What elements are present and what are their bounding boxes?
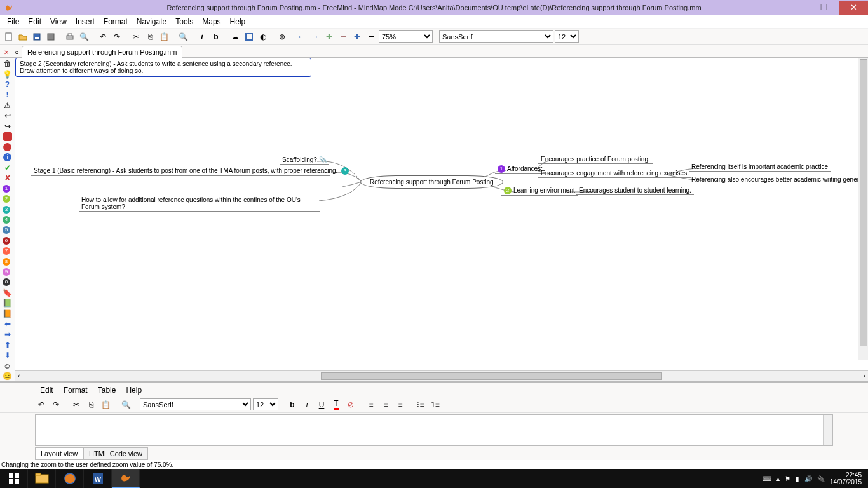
warning-icon[interactable]: ⚠ bbox=[2, 101, 13, 110]
editor-size-select[interactable]: 12 bbox=[253, 398, 278, 410]
editor-copy-icon[interactable]: ⎘ bbox=[85, 398, 97, 411]
node-learning[interactable]: 2Learning environment bbox=[501, 186, 578, 196]
arrow-l-icon[interactable]: ⬅ bbox=[2, 320, 13, 329]
font-select[interactable]: SansSerif bbox=[439, 30, 553, 43]
prio5-icon[interactable]: 5 bbox=[2, 226, 13, 234]
mindmap-canvas[interactable]: Referencing support through Forum Postin… bbox=[15, 58, 868, 370]
node-hold-icon[interactable]: ━ bbox=[365, 30, 377, 43]
node-l1[interactable]: Encourages student to student learning. bbox=[576, 186, 694, 195]
editor-alignr-icon[interactable]: ≡ bbox=[394, 398, 407, 411]
info-icon[interactable]: i bbox=[2, 153, 13, 162]
prio9-icon[interactable]: 9 bbox=[2, 268, 13, 276]
tray-time[interactable]: 22:45 bbox=[830, 471, 862, 478]
node-sibling-icon[interactable]: ✚ bbox=[351, 30, 363, 43]
action-center-icon[interactable]: ⚑ bbox=[785, 475, 790, 482]
forward-icon[interactable]: ↪ bbox=[2, 121, 13, 130]
start-button[interactable] bbox=[0, 469, 28, 488]
arrow-d-icon[interactable]: ⬇ bbox=[2, 351, 13, 360]
editor-clear-icon[interactable]: ⊘ bbox=[344, 398, 357, 411]
preview-icon[interactable]: 🔍 bbox=[78, 30, 90, 43]
node-remove-icon[interactable]: ━ bbox=[337, 30, 349, 43]
editor-underline-icon[interactable]: U bbox=[315, 398, 328, 411]
editor-bold-icon[interactable]: b bbox=[286, 398, 299, 411]
color-icon[interactable] bbox=[243, 30, 255, 43]
flag2-icon[interactable]: 📗 bbox=[2, 299, 13, 308]
italic-icon[interactable]: i bbox=[196, 30, 208, 43]
smile-icon[interactable]: ☺ bbox=[2, 361, 13, 370]
node-howallow[interactable]: How to allow for additional reference qu… bbox=[79, 196, 320, 212]
notok-icon[interactable]: ✘ bbox=[2, 173, 13, 182]
node-stage2-selected[interactable]: Stage 2 (Secondary referencing) - Ask st… bbox=[15, 58, 311, 77]
node-a1[interactable]: Encourages practice of Forum posting. bbox=[538, 155, 653, 164]
firefox-taskbar-icon[interactable] bbox=[56, 469, 84, 488]
node-scaffolding[interactable]: Scaffolding? 📎 bbox=[280, 156, 329, 165]
tab-html-view[interactable]: HTML Code view bbox=[83, 447, 148, 460]
arrow-r-icon[interactable]: ➡ bbox=[2, 330, 13, 339]
cloud-icon[interactable]: ☁ bbox=[229, 30, 241, 43]
print-icon[interactable] bbox=[64, 30, 76, 43]
blend-icon[interactable]: ◐ bbox=[257, 30, 269, 43]
editor-color-icon[interactable]: T bbox=[330, 398, 342, 411]
editor-menu-table[interactable]: Table bbox=[93, 386, 121, 395]
undo-icon[interactable]: ↶ bbox=[97, 30, 109, 43]
tab-layout-view[interactable]: Layout view bbox=[35, 447, 83, 460]
menu-edit[interactable]: Edit bbox=[24, 17, 46, 26]
menu-insert[interactable]: Insert bbox=[71, 17, 99, 26]
node-a22[interactable]: Referencing also encourages better acade… bbox=[689, 175, 868, 184]
prio3-icon[interactable]: 3 bbox=[2, 205, 13, 214]
editor-cut-icon[interactable]: ✂ bbox=[70, 398, 83, 411]
maximize-button[interactable]: ❐ bbox=[810, 1, 839, 15]
zoom-select[interactable]: 75% bbox=[379, 30, 433, 43]
paste-icon[interactable]: 📋 bbox=[158, 30, 170, 43]
menu-tools[interactable]: Tools bbox=[171, 17, 198, 26]
close-button[interactable]: ✕ bbox=[839, 1, 868, 15]
editor-find-icon[interactable]: 🔍 bbox=[119, 398, 132, 411]
power-icon[interactable]: 🔌 bbox=[817, 475, 825, 482]
redo-icon[interactable]: ↷ bbox=[111, 30, 123, 43]
editor-font-select[interactable]: SansSerif bbox=[140, 398, 251, 410]
minimize-button[interactable]: — bbox=[780, 1, 810, 15]
editor-paste-icon[interactable]: 📋 bbox=[99, 398, 112, 411]
menu-help[interactable]: Help bbox=[226, 17, 250, 26]
menu-maps[interactable]: Maps bbox=[198, 17, 225, 26]
node-a21[interactable]: Referencing itself is important academic… bbox=[689, 163, 831, 172]
prio1-icon[interactable]: 1 bbox=[2, 184, 13, 193]
no-icon[interactable] bbox=[2, 142, 13, 151]
explorer-taskbar-icon[interactable] bbox=[28, 469, 56, 488]
root-node[interactable]: Referencing support through Forum Postin… bbox=[360, 175, 503, 189]
tab-close-icon[interactable]: ✕ bbox=[1, 47, 11, 57]
document-tab[interactable]: Referencing support through Forum Postin… bbox=[22, 46, 182, 58]
menu-navigate[interactable]: Navigate bbox=[132, 17, 171, 26]
keyboard-icon[interactable]: ⌨ bbox=[763, 475, 771, 482]
trash-icon[interactable]: 🗑 bbox=[2, 59, 13, 68]
help-icon[interactable]: ? bbox=[2, 80, 13, 89]
menu-view[interactable]: View bbox=[46, 17, 71, 26]
important-icon[interactable]: ! bbox=[2, 90, 13, 99]
node-a2[interactable]: Encourages engagement with referencing e… bbox=[538, 169, 691, 178]
stop-icon[interactable] bbox=[2, 132, 13, 141]
tray-up-icon[interactable]: ▴ bbox=[776, 475, 780, 482]
arrow-right-icon[interactable]: → bbox=[309, 30, 322, 43]
editor-menu-edit[interactable]: Edit bbox=[35, 386, 58, 395]
find-icon[interactable]: 🔍 bbox=[177, 30, 189, 43]
editor-redo-icon[interactable]: ↷ bbox=[50, 398, 62, 411]
editor-undo-icon[interactable]: ↶ bbox=[35, 398, 48, 411]
volume-icon[interactable]: 🔊 bbox=[804, 475, 812, 482]
prio8-icon[interactable]: 8 bbox=[2, 257, 13, 266]
bold-icon[interactable]: b bbox=[210, 30, 222, 43]
editor-alignc-icon[interactable]: ≡ bbox=[379, 398, 392, 411]
neutral-icon[interactable]: 😐 bbox=[2, 372, 13, 381]
new-file-icon[interactable] bbox=[3, 30, 15, 43]
tray-date[interactable]: 14/07/2015 bbox=[830, 478, 862, 485]
canvas-vscroll[interactable] bbox=[858, 58, 868, 360]
word-taskbar-icon[interactable]: W bbox=[84, 469, 112, 488]
fontsize-select[interactable]: 12 bbox=[555, 30, 579, 43]
tab-nav-icon[interactable]: « bbox=[11, 47, 22, 57]
node-stage1[interactable]: Stage 1 (Basic referencing) - Ask studen… bbox=[31, 166, 330, 176]
save-icon[interactable] bbox=[31, 30, 43, 43]
canvas-hscroll[interactable]: ‹› bbox=[15, 370, 868, 381]
prio2-icon[interactable]: 2 bbox=[2, 194, 13, 203]
newchild-icon[interactable]: ⊕ bbox=[276, 30, 288, 43]
freemind-taskbar-icon[interactable] bbox=[112, 469, 140, 488]
arrow-left-icon[interactable]: ← bbox=[295, 30, 308, 43]
